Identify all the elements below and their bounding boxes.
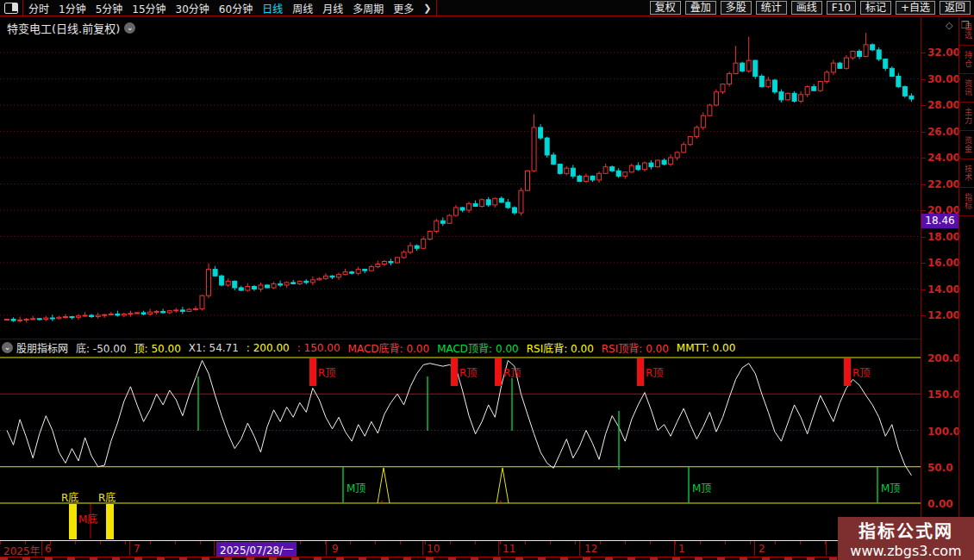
chevron-down-icon[interactable]: ⌄ — [2, 342, 13, 353]
last-price-badge: 18.46 — [921, 214, 958, 228]
right-sidebar-strip: 自选持仓资讯主力资金技术指标 — [958, 17, 974, 557]
date-boundary-tick — [754, 541, 755, 556]
diamond-icon[interactable]: ◇ — [946, 20, 952, 31]
month-label: 10 — [427, 543, 440, 555]
period-tab-group: 分时1分钟5分钟15分钟30分钟60分钟日线周线月线多周期更多❯ — [22, 0, 437, 16]
r-top-label: R顶 — [852, 367, 870, 379]
date-boundary-tick — [326, 541, 327, 556]
m-top-label: M顶 — [881, 482, 900, 495]
indicator-name[interactable]: ⌄ 股朋指标网 — [2, 340, 68, 355]
toolbar-button[interactable]: 统计 — [756, 1, 787, 15]
m-top-label: M顶 — [347, 482, 365, 495]
indicator-tick-label: 50.0 — [927, 462, 953, 474]
month-label: 2 — [759, 543, 765, 555]
chevron-right-icon[interactable]: ❯ — [423, 3, 431, 14]
toolbar-button[interactable]: 复权 — [650, 1, 681, 15]
period-tab[interactable]: 5分钟 — [96, 1, 123, 16]
toolbar-buttons: 复权叠加多股统计画线F10标记+自选返回 — [650, 1, 974, 15]
axis-tick — [921, 184, 926, 185]
month-label: 6 — [45, 543, 52, 555]
axis-tick — [921, 79, 926, 80]
date-boundary-tick — [674, 541, 675, 556]
date-boundary-tick — [498, 541, 499, 556]
r-top-label: R顶 — [459, 367, 477, 379]
date-boundary-tick — [826, 541, 827, 556]
period-tab[interactable]: 周线 — [292, 1, 313, 16]
r-bottom-label: R底 — [61, 491, 78, 504]
axis-tick — [921, 237, 926, 238]
sidebar-strip-tab[interactable]: 指标 — [959, 188, 974, 216]
r-top-bar — [451, 358, 458, 386]
month-label: 11 — [503, 543, 515, 555]
period-tab[interactable]: 多周期 — [353, 1, 384, 16]
month-label: 12 — [584, 543, 597, 555]
date-axis[interactable]: 2025年 672025/07/28/一910111212 — [0, 541, 921, 557]
axis-tick — [921, 315, 926, 316]
indicator-field: X1: 54.71 — [189, 342, 239, 354]
indicator-tick-label: 200.0 — [927, 352, 960, 364]
spike — [496, 468, 509, 503]
axis-tick — [921, 132, 926, 133]
indicator-field: MMTT: 0.00 — [677, 342, 735, 354]
indicator-field: RSI底背: 0.00 — [527, 340, 594, 355]
period-tab[interactable]: 60分钟 — [219, 1, 253, 16]
date-boundary-tick — [422, 541, 423, 556]
sidebar-strip-tab[interactable]: 技术 — [959, 159, 974, 188]
toolbar-button[interactable]: F10 — [827, 1, 856, 15]
toolbar-button[interactable]: 叠加 — [685, 1, 716, 15]
axis-tick — [921, 158, 926, 159]
period-tab[interactable]: 30分钟 — [176, 1, 209, 16]
indicator-chart: R顶R顶R顶R顶R顶M顶M顶M顶R底R底M底 — [0, 339, 921, 540]
period-tab[interactable]: 月线 — [322, 1, 343, 16]
toolbar-button[interactable]: 画线 — [791, 1, 822, 15]
r-bottom-bar — [106, 504, 114, 539]
axis-tick — [921, 105, 926, 106]
sidebar-strip-tab[interactable]: 资讯 — [959, 74, 974, 103]
date-boundary-tick — [129, 541, 130, 556]
r-bottom-bar — [69, 504, 77, 539]
toolbar-button[interactable]: +自选 — [896, 1, 935, 15]
period-tab[interactable]: 15分钟 — [132, 1, 165, 16]
r-bottom-label: R底 — [98, 491, 116, 504]
toolbar-button[interactable]: 多股 — [721, 1, 752, 15]
r-top-label: R顶 — [318, 367, 335, 379]
indicator-field: : 200.00 — [247, 342, 290, 354]
axis-tick — [921, 263, 926, 264]
date-boundary-tick — [214, 541, 215, 556]
date-boundary-tick — [579, 541, 580, 556]
chevron-down-icon[interactable]: ⌄ — [124, 22, 135, 34]
indicator-field: MACD底背: 0.00 — [348, 340, 430, 355]
indicator-field: : 150.00 — [297, 342, 340, 354]
toolbar-button[interactable]: 标记 — [860, 1, 891, 15]
watermark-url: www.zbgs3.com — [850, 543, 961, 559]
period-tab[interactable]: 分时 — [28, 1, 49, 16]
spike — [378, 468, 390, 503]
r-top-bar — [309, 358, 316, 386]
period-tab[interactable]: 日线 — [262, 1, 283, 16]
indicator-header: ⌄ 股朋指标网 底: -50.00顶: 50.00X1: 54.71: 200.… — [2, 340, 735, 355]
year-label: 2025年 — [3, 543, 41, 557]
r-top-bar — [844, 358, 851, 386]
month-label: 7 — [134, 543, 140, 555]
axis-tick — [921, 289, 926, 290]
toolbar-button[interactable]: 返回 — [940, 1, 971, 15]
trading-app-window: 分时1分钟5分钟15分钟30分钟60分钟日线周线月线多周期更多❯ 复权叠加多股统… — [0, 0, 974, 560]
page-title: 特变电工(日线.前复权) — [7, 20, 120, 36]
sidebar-strip-tab[interactable]: 主力 — [959, 103, 974, 131]
period-tab[interactable]: 1分钟 — [59, 1, 86, 16]
maximize-icon[interactable]: ❒ — [961, 20, 970, 31]
main-candlestick-chart — [0, 17, 921, 339]
m-bottom-label: M底 — [78, 513, 97, 526]
m-top-label: M顶 — [692, 482, 711, 495]
month-label: 1 — [678, 543, 685, 555]
period-tab[interactable]: 更多 — [393, 1, 414, 16]
r-top-bar — [637, 358, 644, 386]
selected-date-label: 2025/07/28/一 — [216, 542, 297, 557]
indicator-field: 底: -50.00 — [76, 340, 127, 355]
candles-series — [5, 33, 914, 322]
sidebar-strip-tab[interactable]: 持仓 — [959, 46, 974, 74]
window-icon[interactable] — [4, 3, 18, 14]
sidebar-strip-tab[interactable]: 资金 — [959, 131, 974, 159]
watermark-badge: 指标公式网 www.zbgs3.com — [838, 517, 974, 560]
chart-title-row: 特变电工(日线.前复权) ⌄ — [7, 20, 135, 36]
